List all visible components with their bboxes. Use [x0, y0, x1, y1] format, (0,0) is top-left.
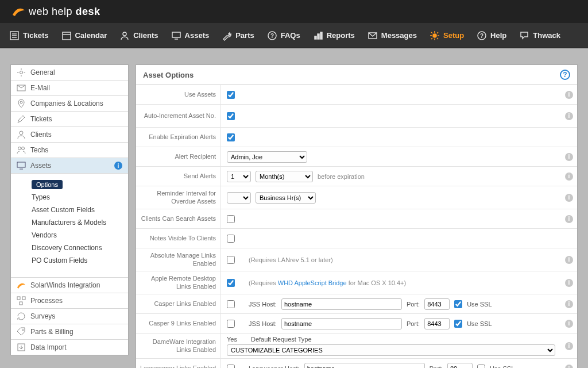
info-icon[interactable]: i [565, 172, 573, 181]
row-notes-visible: Notes Visible To Clients [136, 229, 577, 248]
nav-setup[interactable]: Setup [430, 30, 464, 41]
nav-faqs[interactable]: ?FAQs [267, 30, 300, 41]
subnav-types[interactable]: Types [11, 191, 128, 204]
sidebar-item-general[interactable]: General [11, 65, 128, 80]
row-casper9: Casper 9 Links Enabled JSS Host: Port: U… [136, 314, 577, 334]
checkbox-clients-search[interactable] [227, 215, 235, 223]
input-casper9-port[interactable] [424, 318, 450, 329]
info-icon[interactable]: i [565, 153, 573, 161]
label-casper: Casper Links Enabled [136, 294, 221, 313]
info-icon[interactable]: i [565, 215, 573, 223]
checkbox-lansweeper[interactable] [227, 365, 235, 368]
info-icon[interactable]: i [565, 256, 573, 264]
sidebar-item-techs[interactable]: Techs [11, 143, 128, 158]
info-icon[interactable]: i [565, 279, 573, 287]
svg-rect-12 [318, 34, 319, 39]
link-applescript-bridge[interactable]: WHD AppleScript Bridge [278, 279, 347, 286]
select-dameware-request-type[interactable]: CUSTOMIZABLE CATEGORIES [227, 344, 555, 356]
info-icon[interactable]: i [565, 91, 573, 99]
checkbox-enable-expiration[interactable] [227, 133, 235, 141]
sidebar-item-tickets[interactable]: Tickets [11, 112, 128, 127]
label-use-ssl: Use SSL [490, 365, 514, 368]
nav-assets[interactable]: Assets [171, 30, 210, 41]
info-icon[interactable]: i [565, 112, 573, 120]
info-icon[interactable]: i [565, 300, 573, 308]
envelope-icon [368, 30, 378, 41]
monitor-icon [17, 161, 26, 170]
input-casper-host[interactable] [281, 298, 402, 310]
nav-calendar[interactable]: Calendar [61, 30, 107, 41]
label-send-alerts: Send Alerts [136, 167, 221, 186]
svg-rect-24 [17, 162, 25, 167]
panel-help-icon[interactable]: ? [560, 70, 570, 80]
info-icon[interactable]: i [565, 365, 573, 368]
gear-icon [17, 68, 26, 77]
label-enable-expiration: Enable Expiration Alerts [136, 128, 221, 147]
sidebar-item-companies[interactable]: Companies & Locations [11, 96, 128, 112]
checkbox-absolute-manage[interactable] [227, 256, 235, 264]
input-lansweeper-host[interactable] [304, 363, 425, 368]
row-auto-increment: Auto-Increment Asset No. i [136, 105, 577, 128]
info-icon[interactable]: i [565, 320, 573, 328]
speech-icon [519, 30, 529, 41]
sidebar-item-surveys[interactable]: Surveys [11, 309, 128, 324]
subnav-asset-custom-fields[interactable]: Asset Custom Fields [11, 204, 128, 216]
checkbox-lansweeper-ssl[interactable] [477, 365, 485, 368]
nav-clients[interactable]: Clients [119, 30, 158, 41]
subnav-vendors[interactable]: Vendors [11, 229, 128, 241]
info-icon[interactable]: i [565, 342, 573, 350]
sidebar-item-email[interactable]: E-Mail [11, 80, 128, 96]
checkbox-auto-increment[interactable] [227, 112, 235, 120]
checkbox-casper9-ssl[interactable] [454, 320, 462, 328]
import-icon [17, 343, 26, 352]
top-nav: Tickets Calendar Clients Assets Parts ?F… [0, 23, 588, 48]
subnav-manufacturers[interactable]: Manufacturers & Models [11, 216, 128, 229]
monitor-icon [171, 30, 181, 41]
subnav-options[interactable]: Options [11, 178, 128, 191]
sidebar-item-data-import[interactable]: Data Import [11, 340, 128, 355]
select-reminder-unit[interactable]: Business Hr(s) [256, 192, 316, 204]
svg-rect-26 [17, 297, 20, 300]
svg-point-21 [20, 131, 23, 135]
setup-sidebar: General E-Mail Companies & Locations Tic… [10, 64, 129, 355]
checkbox-ard[interactable] [227, 279, 235, 287]
svg-point-18 [20, 71, 23, 74]
subnav-po-custom-fields[interactable]: PO Custom Fields [11, 254, 128, 267]
sidebar-item-assets[interactable]: Assetsi [11, 158, 128, 174]
nav-tickets[interactable]: Tickets [9, 30, 49, 41]
label-port: Port: [407, 320, 420, 327]
wrench-icon [222, 30, 232, 41]
info-icon[interactable]: i [565, 194, 573, 202]
nav-reports[interactable]: Reports [313, 30, 355, 41]
svg-point-6 [123, 32, 126, 36]
nav-thwack[interactable]: Thwack [519, 30, 560, 41]
sidebar-item-processes[interactable]: Processes [11, 293, 128, 309]
note-absolute-manage: (Requires LANrev 5.1 or later) [249, 256, 333, 263]
select-reminder-num[interactable] [227, 192, 251, 204]
sidebar-item-clients[interactable]: Clients [11, 127, 128, 143]
nav-parts[interactable]: Parts [222, 30, 254, 41]
checkbox-casper[interactable] [227, 300, 235, 308]
nav-help[interactable]: ?Help [477, 30, 506, 41]
envelope-icon [17, 83, 26, 93]
input-casper9-host[interactable] [281, 318, 402, 329]
checkbox-notes-visible[interactable] [227, 235, 235, 243]
input-lansweeper-port[interactable] [447, 363, 473, 368]
checkbox-casper-ssl[interactable] [454, 300, 462, 308]
label-jss-host: JSS Host: [249, 320, 277, 327]
input-casper-port[interactable] [424, 298, 450, 310]
select-alert-recipient[interactable]: Admin, Joe [227, 151, 307, 163]
select-send-alerts-num[interactable]: 1 [227, 171, 251, 182]
checkbox-casper9[interactable] [227, 320, 235, 328]
sidebar-item-parts-billing[interactable]: Parts & Billing [11, 324, 128, 340]
blocks-icon [17, 296, 26, 305]
row-absolute-manage: Absolute Manage Links Enabled (Requires … [136, 248, 577, 271]
nav-messages[interactable]: Messages [368, 30, 417, 41]
label-reminder-interval: Reminder Interval for Overdue Assets [136, 186, 221, 209]
sidebar-item-solarwinds[interactable]: SolarWinds Integration [11, 278, 128, 293]
info-icon[interactable]: i [114, 162, 122, 170]
select-send-alerts-unit[interactable]: Month(s) [256, 171, 313, 182]
label-port: Port: [407, 301, 420, 308]
checkbox-use-assets[interactable] [227, 91, 235, 99]
subnav-discovery[interactable]: Discovery Connections [11, 241, 128, 254]
